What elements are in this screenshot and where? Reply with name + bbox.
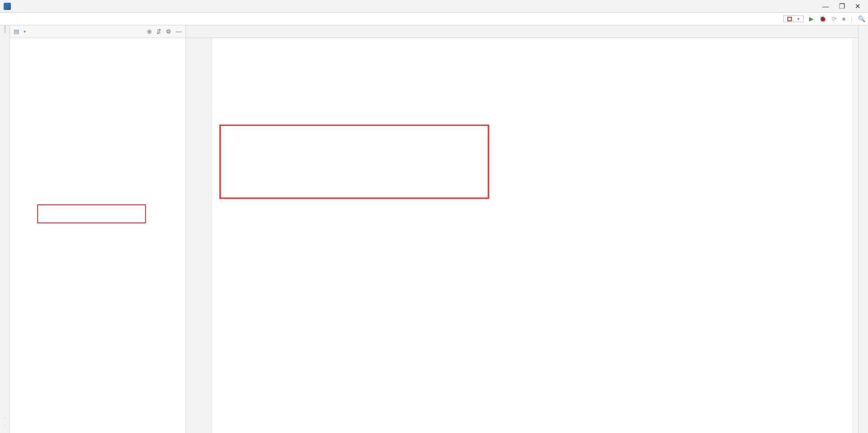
- error-stripe[interactable]: [853, 38, 858, 433]
- editor: [186, 38, 858, 433]
- run-config-selector[interactable]: ▾: [783, 15, 804, 22]
- dropdown-icon[interactable]: ▾: [24, 29, 26, 34]
- editor-tabs: [186, 25, 858, 38]
- close-button[interactable]: ✕: [855, 2, 861, 10]
- rail-tab-project[interactable]: [4, 25, 6, 33]
- locate-icon[interactable]: ⊕: [147, 28, 152, 35]
- minimize-button[interactable]: —: [822, 2, 829, 10]
- main-area: ▤ ▾ ⊕ ⇵ ⚙ —: [0, 25, 868, 433]
- project-tool-window: ▤ ▾ ⊕ ⇵ ⚙ —: [10, 25, 186, 433]
- webstorm-icon: [4, 3, 11, 10]
- project-view-icon: ▤: [14, 28, 19, 35]
- rerun-button[interactable]: ⟳: [832, 15, 837, 22]
- navigation-bar: ▾ ▶ 🐞 ⟳ ■ | 🔍: [0, 13, 868, 25]
- code-area[interactable]: [212, 38, 853, 433]
- project-tree[interactable]: [10, 38, 185, 433]
- debug-button[interactable]: 🐞: [819, 15, 826, 22]
- gutter: [186, 38, 212, 433]
- collapse-icon[interactable]: ⇵: [156, 28, 161, 35]
- rail-tab-favorites[interactable]: [4, 425, 6, 433]
- window-controls: — ❐ ✕: [822, 2, 868, 10]
- rail-tab-structure[interactable]: [4, 418, 6, 425]
- divider: |: [851, 15, 853, 22]
- left-tool-rail: [0, 25, 10, 433]
- hide-icon[interactable]: —: [176, 28, 182, 35]
- chevron-down-icon: ▾: [797, 16, 800, 21]
- right-tool-rail: [858, 25, 868, 433]
- maximize-button[interactable]: ❐: [839, 2, 845, 10]
- editor-area: [186, 25, 858, 433]
- gear-icon[interactable]: ⚙: [166, 28, 171, 35]
- title-bar: — ❐ ✕: [0, 0, 868, 13]
- run-config-icon: [787, 17, 792, 21]
- stop-button[interactable]: ■: [842, 15, 846, 22]
- run-button[interactable]: ▶: [809, 15, 814, 22]
- annotation-box: [219, 125, 489, 199]
- search-icon[interactable]: 🔍: [858, 15, 865, 22]
- project-panel-header: ▤ ▾ ⊕ ⇵ ⚙ —: [10, 25, 185, 38]
